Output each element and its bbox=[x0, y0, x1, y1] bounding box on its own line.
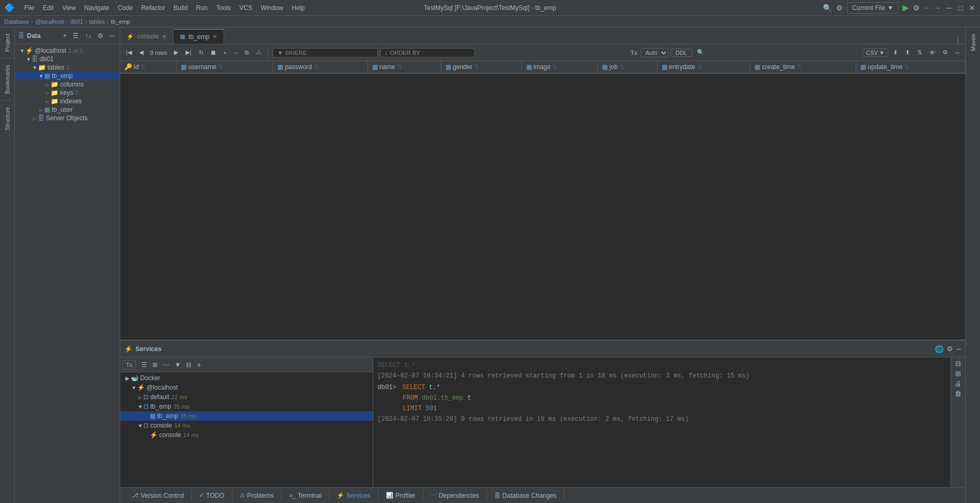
col-create-time[interactable]: ▦ create_time ⇅ bbox=[750, 61, 856, 73]
export-btn[interactable]: ⬇ bbox=[890, 48, 900, 57]
services-tree-tb-emp[interactable]: ▼ ⊡ tb_emp 35 ms bbox=[120, 402, 373, 411]
breadcrumb-db01[interactable]: db01 bbox=[70, 18, 83, 25]
menu-edit[interactable]: Edit bbox=[38, 3, 58, 13]
menu-build[interactable]: Build bbox=[169, 3, 192, 13]
tab-version-control[interactable]: ⎇ Version Control bbox=[124, 490, 192, 501]
panel-add-btn[interactable]: + bbox=[61, 31, 69, 41]
breadcrumb-tables[interactable]: tables bbox=[89, 18, 104, 25]
grid-settings-btn[interactable]: ⚙ bbox=[940, 48, 950, 57]
services-filter-btn[interactable]: ▼ bbox=[172, 360, 183, 370]
refresh-btn[interactable]: ↻ bbox=[196, 48, 206, 57]
breadcrumb-localhost[interactable]: @localhost bbox=[35, 18, 64, 25]
menu-view[interactable]: View bbox=[58, 3, 80, 13]
tab-todo[interactable]: ✓ TODO bbox=[192, 490, 232, 501]
duplicate-row-btn[interactable]: ⧉ bbox=[242, 48, 251, 57]
services-tree-localhost[interactable]: ▼ ⚡ @localhost bbox=[120, 383, 373, 392]
import-btn[interactable]: ⬆ bbox=[903, 48, 913, 57]
add-row-btn[interactable]: + bbox=[220, 49, 229, 57]
nav-last-btn[interactable]: ▶| bbox=[183, 48, 194, 57]
tab-problems[interactable]: ⚠ Problems bbox=[232, 490, 282, 501]
menu-window[interactable]: Window bbox=[257, 3, 288, 13]
breadcrumb-database[interactable]: Database bbox=[4, 18, 29, 25]
col-username[interactable]: ▦ username ⇅ bbox=[177, 61, 273, 73]
tab-database-changes[interactable]: 🗄 Database Changes bbox=[487, 490, 565, 501]
menu-code[interactable]: Code bbox=[113, 3, 137, 13]
services-split-btn[interactable]: ⊞ bbox=[150, 360, 160, 370]
bookmarks-tab[interactable]: Bookmarks bbox=[2, 61, 13, 98]
project-tab[interactable]: Project bbox=[2, 30, 13, 56]
col-name[interactable]: ▦ name ⇅ bbox=[367, 61, 441, 73]
where-filter[interactable]: ▼ WHERE bbox=[273, 48, 378, 57]
grid-minimize-btn[interactable]: ─ bbox=[953, 49, 962, 57]
services-panel-globe-btn[interactable]: 🌐 bbox=[935, 345, 944, 353]
tree-item-tb-emp[interactable]: ▼ ▦ tb_emp bbox=[15, 72, 120, 80]
tree-item-tb-user[interactable]: ▶ ▦ tb_user bbox=[15, 105, 120, 114]
services-tree-console-child[interactable]: ▶ ⚡ console 14 ms bbox=[120, 430, 373, 440]
search-everywhere-icon[interactable]: 🔍 bbox=[823, 4, 832, 12]
search-grid-icon[interactable]: 🔍 bbox=[694, 48, 707, 57]
stop-btn[interactable]: ◼ bbox=[208, 48, 218, 57]
panel-list-btn[interactable]: ☰ bbox=[71, 31, 81, 41]
col-image[interactable]: ▦ image ⇅ bbox=[521, 61, 597, 73]
col-gender[interactable]: ▦ gender ⇅ bbox=[441, 61, 521, 73]
panel-minimize-btn[interactable]: ─ bbox=[108, 31, 117, 41]
tab-terminal[interactable]: >_ Terminal bbox=[282, 490, 329, 501]
tree-item-indexes[interactable]: ▶ 📁 indexes bbox=[15, 97, 120, 105]
services-list-btn[interactable]: ☰ bbox=[139, 360, 149, 370]
console-btn-3[interactable]: 🖨 bbox=[955, 380, 962, 388]
tab-dependencies[interactable]: ⋯ Dependencies bbox=[423, 490, 487, 501]
menu-file[interactable]: File bbox=[20, 3, 38, 13]
debug-button[interactable]: ⚙ bbox=[913, 4, 920, 12]
tree-item-tables[interactable]: ▼ 📁 tables 2 bbox=[15, 63, 120, 72]
panel-settings-btn[interactable]: ⚙ bbox=[95, 31, 105, 41]
menu-navigate[interactable]: Navigate bbox=[80, 3, 113, 13]
delete-row-btn[interactable]: − bbox=[231, 49, 240, 57]
clone-row-btn[interactable]: ⧊ bbox=[254, 48, 264, 57]
nav-next-btn[interactable]: ▶ bbox=[171, 48, 181, 57]
menu-tools[interactable]: Tools bbox=[212, 3, 235, 13]
col-update-time[interactable]: ▦ update_time ⇅ bbox=[856, 61, 965, 73]
nav-first-btn[interactable]: |◀ bbox=[123, 48, 134, 57]
tree-item-server-objects[interactable]: ▶ 🗄 Server Objects bbox=[15, 114, 120, 122]
close-button[interactable]: ✕ bbox=[968, 4, 976, 12]
menu-help[interactable]: Help bbox=[287, 3, 309, 13]
tree-item-db01[interactable]: ▼ 🗄 db01 bbox=[15, 55, 120, 63]
services-tree-tb-emp-child[interactable]: ▶ ▦ tb_emp 35 ms bbox=[120, 411, 373, 421]
services-tree-docker[interactable]: ▶ 🐋 Docker bbox=[120, 373, 373, 383]
panel-filter-btn[interactable]: ↑↓ bbox=[83, 31, 93, 41]
ddl-button[interactable]: DDL bbox=[671, 49, 692, 57]
order-by-filter[interactable]: ↕ ORDER BY bbox=[380, 48, 475, 57]
col-job[interactable]: ▦ job ⇅ bbox=[597, 61, 657, 73]
services-panel-settings-btn[interactable]: ⚙ bbox=[947, 345, 953, 353]
menu-refactor[interactable]: Refactor bbox=[137, 3, 169, 13]
maven-tab[interactable]: Maven bbox=[968, 30, 978, 55]
minimize-button[interactable]: ─ bbox=[945, 4, 953, 12]
services-group-btn[interactable]: ⋯ bbox=[161, 360, 171, 370]
run-button[interactable]: ▶ bbox=[903, 3, 909, 13]
col-entrydate[interactable]: ▦ entrydate ⇅ bbox=[657, 61, 750, 73]
tree-item-keys[interactable]: ▶ 📁 keys 2 bbox=[15, 89, 120, 97]
tab-services[interactable]: ⚡ Services bbox=[329, 490, 379, 501]
view-btn[interactable]: 👁 bbox=[927, 49, 938, 57]
col-password[interactable]: ▦ password ⇅ bbox=[273, 61, 367, 73]
tree-item-columns[interactable]: ▶ 📁 columns bbox=[15, 80, 120, 89]
nav-prev-btn[interactable]: ◀ bbox=[137, 48, 146, 57]
csv-dropdown[interactable]: CSV ▼ bbox=[862, 49, 889, 57]
tb-emp-tab-close[interactable]: ✕ bbox=[212, 33, 217, 40]
col-id[interactable]: 🔑 id ⇅ bbox=[120, 61, 177, 73]
tab-profiler[interactable]: 📊 Profiler bbox=[379, 490, 423, 501]
structure-tab[interactable]: Structure bbox=[2, 103, 13, 135]
tab-console[interactable]: ⚡ console ✕ bbox=[120, 29, 173, 44]
tx-dropdown[interactable]: Auto bbox=[641, 48, 668, 57]
menu-vcs[interactable]: VCS bbox=[235, 3, 257, 13]
console-btn-2[interactable]: ⊞ bbox=[955, 370, 961, 378]
forward-button[interactable]: → bbox=[935, 4, 941, 12]
settings-icon[interactable]: ⚙ bbox=[836, 4, 843, 12]
services-panel-minimize-btn[interactable]: ─ bbox=[956, 345, 961, 353]
maximize-button[interactable]: □ bbox=[957, 4, 964, 12]
services-tree-default[interactable]: ▶ ⊡ default 22 ms bbox=[120, 392, 373, 402]
menu-run[interactable]: Run bbox=[192, 3, 212, 13]
services-add-btn[interactable]: + bbox=[195, 360, 203, 370]
tree-item-localhost[interactable]: ▼ ⚡ @localhost 1 of 5 bbox=[15, 46, 120, 55]
console-tab-close[interactable]: ✕ bbox=[162, 33, 167, 40]
